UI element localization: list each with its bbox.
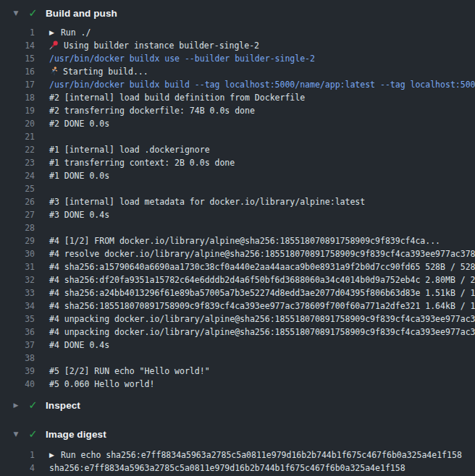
- line-text: Run echo sha256:e7ff8834a5963a2785c5a081…: [61, 450, 462, 460]
- expand-run-icon[interactable]: ▶: [49, 26, 54, 39]
- line-text: Using builder instance builder-single-2: [64, 41, 259, 51]
- line-content: #4 unpacking docker.io/library/alpine@sh…: [49, 326, 475, 339]
- step-header-inspect[interactable]: ▶ ✓ Inspect: [0, 391, 475, 420]
- chevron-down-icon[interactable]: ▼: [12, 9, 20, 17]
- log-lines-image-digest: 1▶Run echo sha256:e7ff8834a5963a2785c5a0…: [0, 449, 475, 475]
- line-number[interactable]: 28: [0, 221, 35, 234]
- line-content: sha256:e7ff8834a5963a2785c5a0811e979d16b…: [49, 462, 405, 475]
- workflow-log: ▼ ✓ Build and push 1▶Run ./14Using build…: [0, 0, 475, 476]
- log-line: 31#4 sha256:a15790640a6690aa1730c38cf0a4…: [0, 260, 475, 273]
- log-line: 19#2 transferring dockerfile: 74B 0.0s d…: [0, 104, 475, 117]
- line-content: /usr/bin/docker buildx build --tag local…: [49, 78, 475, 91]
- line-number[interactable]: 37: [0, 339, 35, 352]
- line-content: #1 DONE 0.0s: [49, 169, 109, 182]
- log-line: 18#2 [internal] load build definition fr…: [0, 91, 475, 104]
- log-line: 30#4 resolve docker.io/library/alpine@sh…: [0, 247, 475, 260]
- line-number[interactable]: 34: [0, 299, 35, 313]
- log-line: 29#4 [1/2] FROM docker.io/library/alpine…: [0, 234, 475, 247]
- line-number[interactable]: 4: [0, 462, 35, 475]
- log-line: 1▶Run echo sha256:e7ff8834a5963a2785c5a0…: [0, 449, 475, 462]
- line-number[interactable]: 24: [0, 169, 35, 182]
- line-number[interactable]: 1: [0, 449, 35, 462]
- line-text: #4 sha256:a15790640a6690aa1730c38cf0a440…: [49, 262, 475, 272]
- chevron-down-icon[interactable]: ▼: [12, 430, 20, 438]
- line-number[interactable]: 20: [0, 117, 35, 130]
- line-text: #4 sha256:df20fa9351a15782c64e6dddb2d4a6…: [49, 275, 475, 285]
- line-content: #3 [internal] load metadata for docker.i…: [49, 195, 365, 208]
- line-content: Starting build...: [49, 65, 148, 78]
- line-number[interactable]: 38: [0, 352, 35, 365]
- line-text: #2 [internal] load build definition from…: [49, 93, 305, 103]
- line-content: ▶Run ./: [49, 26, 91, 39]
- log-line: 23#1 transferring context: 2B 0.0s done: [0, 156, 475, 169]
- line-number[interactable]: 22: [0, 143, 35, 156]
- line-number[interactable]: 16: [0, 65, 35, 78]
- log-line: 25: [0, 182, 475, 195]
- runner-icon: [49, 67, 58, 78]
- step-header-image-digest[interactable]: ▼ ✓ Image digest: [0, 420, 475, 449]
- line-number[interactable]: 19: [0, 104, 35, 117]
- line-number[interactable]: 31: [0, 260, 35, 273]
- log-lines-build-and-push: 1▶Run ./14Using builder instance builder…: [0, 26, 475, 391]
- check-icon: ✓: [27, 428, 39, 441]
- line-text: #4 [1/2] FROM docker.io/library/alpine@s…: [49, 236, 440, 246]
- line-number[interactable]: 35: [0, 313, 35, 326]
- line-number[interactable]: 17: [0, 78, 35, 91]
- step-title: Build and push: [46, 8, 117, 19]
- line-number[interactable]: 23: [0, 156, 35, 169]
- step-header-build-and-push[interactable]: ▼ ✓ Build and push: [0, 0, 475, 26]
- line-number[interactable]: 25: [0, 182, 35, 195]
- line-text: #4 sha256:185518070891758909c9f839cf4ca3…: [49, 301, 475, 311]
- line-text: #3 DONE 0.4s: [49, 210, 109, 220]
- line-number[interactable]: 21: [0, 130, 35, 143]
- line-number[interactable]: 27: [0, 208, 35, 221]
- step-section-build-and-push: ▼ ✓ Build and push 1▶Run ./14Using build…: [0, 0, 475, 391]
- log-line: 39#5 [2/2] RUN echo "Hello world!": [0, 365, 475, 378]
- line-text: Starting build...: [63, 67, 148, 77]
- line-text: #4 unpacking docker.io/library/alpine@sh…: [49, 314, 475, 324]
- line-text: #1 transferring context: 2B 0.0s done: [49, 158, 235, 168]
- log-line: 14Using builder instance builder-single-…: [0, 39, 475, 52]
- log-line: 40#5 0.060 Hello world!: [0, 378, 475, 391]
- line-number[interactable]: 1: [0, 26, 35, 39]
- line-number[interactable]: 40: [0, 378, 35, 391]
- log-line: 16Starting build...: [0, 65, 475, 78]
- line-content: #4 resolve docker.io/library/alpine@sha2…: [49, 247, 475, 260]
- line-number[interactable]: 14: [0, 39, 35, 52]
- line-text: #4 unpacking docker.io/library/alpine@sh…: [49, 327, 475, 337]
- log-line: 27#3 DONE 0.4s: [0, 208, 475, 221]
- log-line: 38: [0, 352, 475, 365]
- line-number[interactable]: 26: [0, 195, 35, 208]
- log-line: 15/usr/bin/docker buildx use --builder b…: [0, 52, 475, 65]
- line-content: /usr/bin/docker buildx use --builder bui…: [49, 52, 315, 65]
- line-text: #2 DONE 0.0s: [49, 119, 109, 129]
- line-content: #5 0.060 Hello world!: [49, 378, 154, 391]
- log-line: 35#4 unpacking docker.io/library/alpine@…: [0, 313, 475, 326]
- line-text: #2 transferring dockerfile: 74B 0.0s don…: [49, 106, 255, 116]
- log-line: 4sha256:e7ff8834a5963a2785c5a0811e979d16…: [0, 462, 475, 475]
- line-content: #1 transferring context: 2B 0.0s done: [49, 156, 235, 169]
- line-number[interactable]: 30: [0, 247, 35, 260]
- line-number[interactable]: 29: [0, 234, 35, 247]
- log-line: 26#3 [internal] load metadata for docker…: [0, 195, 475, 208]
- line-content: #4 DONE 0.4s: [49, 339, 109, 352]
- line-text: #5 [2/2] RUN echo "Hello world!": [49, 366, 210, 376]
- line-text: sha256:e7ff8834a5963a2785c5a0811e979d16b…: [49, 463, 405, 473]
- line-number[interactable]: 32: [0, 273, 35, 286]
- chevron-right-icon[interactable]: ▶: [12, 401, 20, 409]
- line-number[interactable]: 36: [0, 326, 35, 339]
- line-number[interactable]: 18: [0, 91, 35, 104]
- log-line: 17/usr/bin/docker buildx build --tag loc…: [0, 78, 475, 91]
- log-line: 21: [0, 130, 475, 143]
- line-content: #4 sha256:a24bb4013296f61e89ba57005a7b3e…: [49, 286, 475, 299]
- line-text: #1 DONE 0.0s: [49, 171, 109, 181]
- log-line: 37#4 DONE 0.4s: [0, 339, 475, 352]
- line-content: #2 [internal] load build definition from…: [49, 91, 305, 104]
- line-text: Run ./: [61, 27, 91, 38]
- line-number[interactable]: 39: [0, 365, 35, 378]
- line-number[interactable]: 33: [0, 286, 35, 299]
- line-text: /usr/bin/docker buildx build --tag local…: [49, 80, 475, 90]
- line-number[interactable]: 15: [0, 52, 35, 65]
- line-content: #4 sha256:df20fa9351a15782c64e6dddb2d4a6…: [49, 273, 475, 286]
- expand-run-icon[interactable]: ▶: [49, 449, 54, 462]
